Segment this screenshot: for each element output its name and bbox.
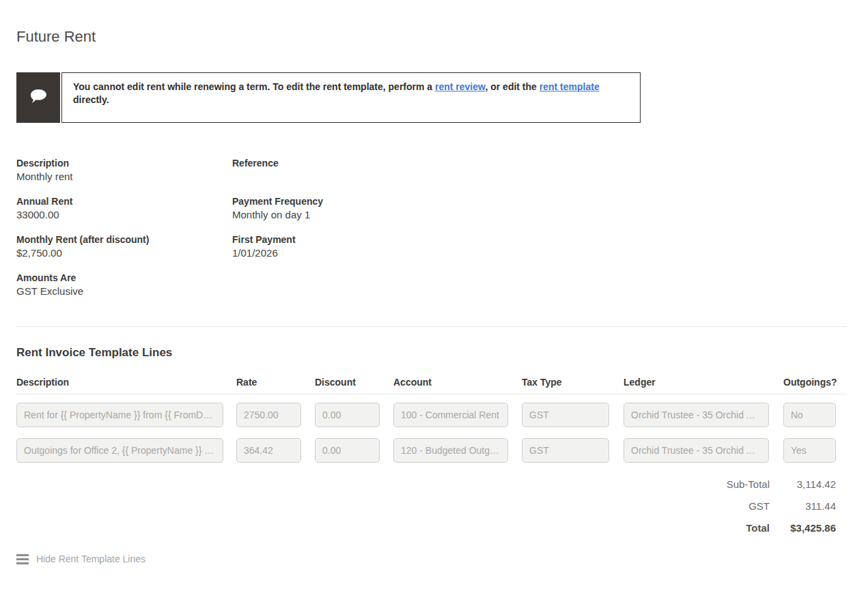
field-value: 1/01/2026	[232, 246, 847, 260]
subtotal-row: Sub-Total 3,114.42	[16, 473, 836, 495]
field-label: First Payment	[232, 233, 847, 246]
column-header-account: Account	[393, 377, 508, 388]
tax-type-input[interactable]	[522, 403, 609, 427]
invoice-lines-header-row: Description Rate Discount Account Tax Ty…	[16, 377, 847, 388]
column-header-discount: Discount	[315, 377, 380, 388]
field-description: Description Monthly rent	[16, 156, 232, 184]
future-rent-page: Future Rent You cannot edit rent while r…	[0, 27, 868, 564]
description-input[interactable]	[16, 438, 223, 463]
field-value	[232, 170, 847, 184]
field-first-payment: First Payment 1/01/2026	[232, 233, 847, 260]
notice-text-before: You cannot edit rent while renewing a te…	[73, 81, 435, 92]
invoice-lines-heading: Rent Invoice Template Lines	[16, 345, 847, 360]
field-annual-rent: Annual Rent 33000.00	[16, 194, 232, 222]
rent-template-link[interactable]: rent template	[540, 81, 600, 92]
hamburger-icon	[16, 554, 29, 564]
gst-label: GST	[748, 500, 770, 512]
tax-type-input[interactable]	[522, 438, 609, 463]
outgoings-input[interactable]	[783, 403, 836, 427]
column-header-description: Description	[16, 377, 223, 388]
field-value: Monthly rent	[16, 170, 232, 184]
rent-details: Description Monthly rent Reference Annua…	[16, 156, 847, 298]
field-value: 33000.00	[16, 208, 232, 222]
field-value: GST Exclusive	[16, 285, 232, 298]
total-row: Total $3,425.86	[16, 517, 836, 538]
notice-text: You cannot edit rent while renewing a te…	[61, 72, 641, 123]
page-title: Future Rent	[16, 27, 847, 46]
field-amounts-are: Amounts Are GST Exclusive	[16, 271, 232, 298]
totals-block: Sub-Total 3,114.42 GST 311.44 Total $3,4…	[16, 473, 836, 538]
column-header-rate: Rate	[236, 377, 301, 388]
notice-text-middle: , or edit the	[485, 81, 539, 92]
table-row	[16, 438, 847, 463]
account-input[interactable]	[393, 438, 508, 463]
field-label: Reference	[232, 156, 847, 170]
total-value: $3,425.86	[770, 522, 836, 534]
field-payment-frequency: Payment Frequency Monthly on day 1	[232, 194, 847, 222]
table-row	[16, 403, 847, 427]
discount-input[interactable]	[315, 438, 380, 463]
field-reference: Reference	[232, 156, 847, 184]
column-header-tax-type: Tax Type	[522, 377, 609, 388]
discount-input[interactable]	[315, 403, 380, 427]
field-label: Annual Rent	[16, 194, 232, 208]
gst-row: GST 311.44	[16, 495, 836, 517]
notice-text-after: directly.	[73, 94, 109, 105]
field-label: Monthly Rent (after discount)	[16, 233, 232, 246]
field-monthly-rent: Monthly Rent (after discount) $2,750.00	[16, 233, 232, 260]
ledger-input[interactable]	[624, 438, 769, 463]
ledger-input[interactable]	[624, 403, 769, 427]
gst-value: 311.44	[770, 500, 836, 512]
notice-icon-box	[16, 72, 60, 123]
speech-bubble-icon	[29, 87, 48, 108]
field-label: Amounts Are	[16, 271, 232, 285]
field-value: Monthly on day 1	[232, 208, 847, 222]
section-divider	[16, 326, 847, 327]
hide-rent-template-lines-toggle[interactable]: Hide Rent Template Lines	[16, 553, 145, 564]
rate-input[interactable]	[236, 438, 301, 463]
outgoings-input[interactable]	[783, 438, 836, 463]
subtotal-label: Sub-Total	[727, 478, 770, 490]
hide-rent-template-lines-label: Hide Rent Template Lines	[36, 553, 145, 564]
rate-input[interactable]	[236, 403, 301, 427]
field-value: $2,750.00	[16, 246, 232, 260]
field-label: Payment Frequency	[232, 194, 847, 208]
notice-banner: You cannot edit rent while renewing a te…	[16, 72, 641, 123]
column-header-ledger: Ledger	[624, 377, 769, 388]
account-input[interactable]	[393, 403, 508, 427]
rent-review-link[interactable]: rent review	[435, 81, 485, 92]
description-input[interactable]	[16, 403, 223, 427]
subtotal-value: 3,114.42	[770, 478, 836, 490]
column-header-outgoings: Outgoings?	[783, 377, 836, 388]
field-label: Description	[16, 156, 232, 170]
table-header-rule	[16, 394, 847, 394]
total-label: Total	[746, 522, 770, 534]
